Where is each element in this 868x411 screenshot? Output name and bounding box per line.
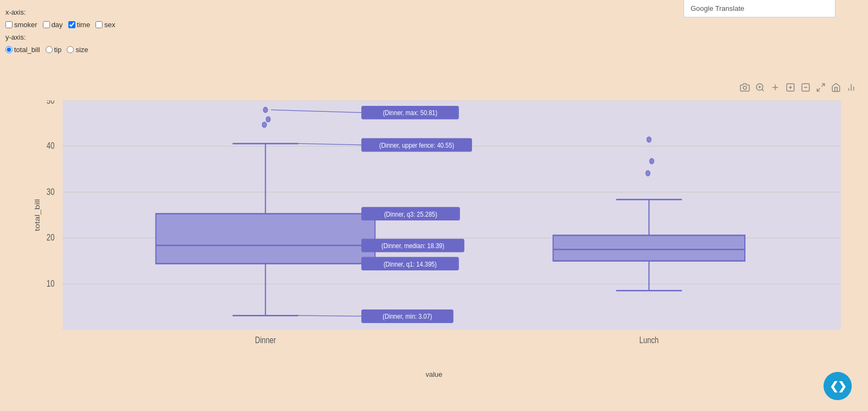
xaxis-smoker-checkbox[interactable]: [5, 21, 12, 28]
svg-text:(Dinner, q1: 14.395): (Dinner, q1: 14.395): [384, 260, 437, 268]
svg-text:(Dinner, median: 18.39): (Dinner, median: 18.39): [381, 242, 444, 250]
nav-button-icon: ❮❯: [829, 380, 846, 393]
svg-text:(Dinner, max: 50.81): (Dinner, max: 50.81): [383, 109, 438, 117]
yaxis-tip-label: tip: [54, 46, 62, 54]
svg-point-64: [649, 159, 654, 164]
xaxis-day[interactable]: day: [43, 21, 63, 29]
chart-container: 10 20 30 40 50 total_bill (Dinner,: [30, 100, 852, 357]
svg-point-36: [266, 117, 270, 122]
xaxis-time-label: time: [77, 21, 91, 29]
xaxis-time-checkbox[interactable]: [68, 21, 75, 28]
zoom-icon[interactable]: [754, 81, 766, 93]
svg-text:40: 40: [47, 141, 55, 151]
x-axis-label-text: value: [425, 370, 442, 378]
svg-text:(Dinner, q3: 25.285): (Dinner, q3: 25.285): [384, 210, 437, 218]
bar-chart-icon[interactable]: [845, 81, 857, 93]
camera-icon[interactable]: [739, 81, 751, 93]
chart-svg: 10 20 30 40 50 total_bill (Dinner,: [30, 100, 852, 357]
svg-line-12: [822, 84, 825, 86]
rect-minus-icon[interactable]: [800, 81, 812, 93]
xaxis-time[interactable]: time: [68, 21, 91, 29]
yaxis-total_bill[interactable]: total_bill: [5, 46, 40, 54]
arrows-icon[interactable]: [815, 81, 827, 93]
yaxis-label: y-axis:: [5, 33, 115, 41]
controls-panel: x-axis: smoker day time sex y-axis: tota…: [5, 8, 115, 54]
google-translate-label: Google Translate: [691, 4, 744, 12]
yaxis-size-label: size: [75, 46, 88, 54]
svg-text:total_bill: total_bill: [34, 199, 41, 231]
svg-rect-33: [156, 214, 375, 264]
svg-line-13: [817, 88, 820, 91]
svg-text:10: 10: [47, 279, 55, 289]
chart-toolbar: [739, 81, 857, 93]
svg-point-65: [646, 170, 650, 176]
xaxis-sex-checkbox[interactable]: [95, 21, 103, 28]
svg-point-35: [263, 107, 267, 112]
yaxis-size[interactable]: size: [67, 46, 88, 54]
svg-text:Lunch: Lunch: [639, 336, 659, 345]
svg-point-37: [262, 122, 266, 128]
yaxis-tip[interactable]: tip: [46, 46, 62, 54]
rect-plus-icon[interactable]: [784, 81, 796, 93]
xaxis-smoker-label: smoker: [14, 21, 37, 29]
x-axis-label: value: [0, 370, 868, 378]
xaxis-options: smoker day time sex: [5, 21, 115, 29]
yaxis-total_bill-label: total_bill: [14, 46, 40, 54]
svg-text:30: 30: [47, 187, 55, 197]
google-translate-bar: Google Translate: [684, 0, 835, 17]
svg-text:Dinner: Dinner: [255, 336, 276, 345]
svg-text:(Dinner, min: 3.07): (Dinner, min: 3.07): [382, 312, 432, 320]
yaxis-options: total_bill tip size: [5, 46, 115, 54]
yaxis-tip-radio[interactable]: [46, 46, 53, 53]
home-icon[interactable]: [830, 81, 842, 93]
plus-icon[interactable]: [769, 81, 781, 93]
nav-button[interactable]: ❮❯: [824, 372, 852, 400]
xaxis-label: x-axis:: [5, 8, 115, 16]
xaxis-sex-label: sex: [104, 21, 115, 29]
svg-text:50: 50: [47, 100, 55, 106]
xaxis-day-label: day: [52, 21, 63, 29]
svg-point-0: [743, 86, 746, 90]
svg-text:20: 20: [47, 233, 55, 243]
xaxis-sex[interactable]: sex: [95, 21, 115, 29]
yaxis-total_bill-radio[interactable]: [5, 46, 12, 53]
svg-text:(Dinner, upper fence: 40.55): (Dinner, upper fence: 40.55): [379, 141, 454, 149]
xaxis-day-checkbox[interactable]: [43, 21, 50, 28]
svg-line-2: [762, 89, 763, 91]
yaxis-size-radio[interactable]: [67, 46, 74, 53]
svg-rect-61: [553, 235, 745, 261]
xaxis-smoker[interactable]: smoker: [5, 21, 37, 29]
svg-point-63: [647, 137, 651, 142]
